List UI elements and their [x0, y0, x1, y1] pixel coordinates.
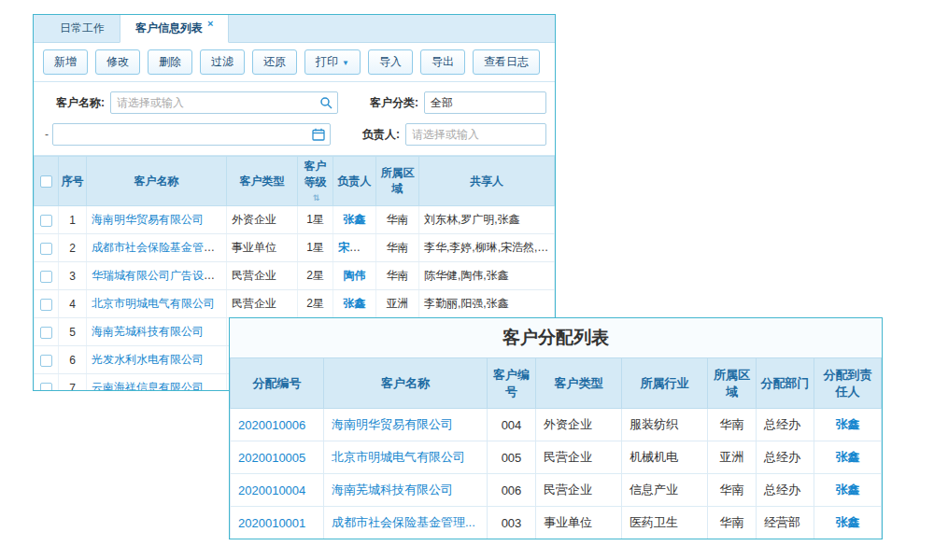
export-button[interactable]: 导出: [420, 49, 465, 75]
search-icon[interactable]: [319, 96, 333, 113]
customer-name-link[interactable]: 海南芜城科技有限公司: [92, 325, 204, 338]
owner-link[interactable]: 宋浩然: [338, 241, 372, 254]
customer-type: 民营企业: [536, 441, 622, 474]
customer-level: 1星: [298, 206, 333, 234]
shared-with: 李勤丽,阳强,张鑫: [419, 290, 555, 318]
allocation-number-link-cell: 2020010001: [231, 507, 324, 539]
header-customer-name: 客户名称: [324, 358, 488, 409]
assignee-link[interactable]: 张鑫: [836, 483, 860, 497]
industry: 服装纺织: [622, 409, 708, 441]
assignee-link-cell: 张鑫: [814, 474, 882, 507]
row-checkbox[interactable]: [40, 355, 52, 367]
department: 总经办: [757, 409, 814, 441]
close-icon[interactable]: ×: [207, 18, 213, 29]
allocation-table-header: 分配编号 客户名称 客户编号 客户类型 所属行业 所属区域 分配部门 分配到责任…: [231, 358, 882, 409]
restore-button[interactable]: 还原: [252, 49, 297, 75]
sort-icon[interactable]: ⇅: [313, 193, 320, 203]
owner-field[interactable]: [412, 128, 523, 141]
import-button[interactable]: 导入: [368, 49, 413, 75]
customer-level: 2星: [298, 290, 333, 318]
allocation-number-link-cell: 2020010006: [231, 409, 324, 441]
header-customer-name: 客户名称: [87, 157, 227, 206]
header-region: 所属区域: [376, 157, 419, 206]
customer-number: 006: [488, 474, 536, 507]
filter-row-1: 客户名称: 客户分类: 全部: [43, 90, 545, 116]
customer-name-link[interactable]: 华瑞城有限公司广告设计部: [92, 269, 226, 282]
delete-button[interactable]: 删除: [148, 49, 192, 75]
row-number: 4: [59, 290, 87, 318]
filter-button[interactable]: 过滤: [200, 49, 245, 75]
add-button[interactable]: 新增: [43, 49, 88, 75]
modify-button[interactable]: 修改: [95, 49, 140, 75]
checkbox-cell: [35, 262, 59, 290]
customer-name-link[interactable]: 海南明华贸易有限公司: [92, 213, 204, 226]
customer-name-link[interactable]: 云南海祥信息有限公司: [92, 381, 204, 391]
tab-customer-info-list[interactable]: 客户信息列表×: [120, 14, 229, 43]
customer-type: 民营企业: [227, 262, 298, 290]
owner-link[interactable]: 张鑫: [344, 297, 366, 310]
customer-name-link[interactable]: 成都市社会保险基金管理...: [92, 241, 224, 254]
owner-link[interactable]: 张鑫: [344, 213, 366, 226]
customer-name-link[interactable]: 北京市明城电气有限公司: [92, 297, 215, 310]
allocation-number-link[interactable]: 2020010001: [238, 516, 305, 530]
calendar-icon[interactable]: [312, 128, 325, 145]
row-checkbox[interactable]: [40, 327, 52, 339]
row-number: 3: [59, 262, 87, 290]
row-number: 6: [59, 346, 87, 374]
header-allocation-no: 分配编号: [231, 358, 324, 409]
customer-name-link-cell: 华瑞城有限公司广告设计部: [87, 262, 227, 290]
customer-name-input[interactable]: [110, 91, 338, 114]
checkbox-cell: [35, 206, 59, 234]
row-checkbox[interactable]: [40, 271, 52, 283]
department: 总经办: [757, 474, 814, 507]
customer-name-link[interactable]: 海南芜城科技有限公司: [332, 483, 453, 497]
customer-number: 004: [488, 409, 536, 441]
allocation-number-link[interactable]: 2020010005: [238, 451, 305, 465]
customer-name-link[interactable]: 光发水利水电有限公司: [92, 353, 204, 366]
row-checkbox[interactable]: [40, 299, 52, 311]
header-owner: 负责人: [333, 157, 376, 206]
table-row: 2020010001成都市社会保险基金管理...003事业单位医药卫生华南经营部…: [231, 507, 882, 539]
assignee-link[interactable]: 张鑫: [836, 450, 860, 464]
row-checkbox[interactable]: [40, 383, 52, 391]
allocation-table: 分配编号 客户名称 客户编号 客户类型 所属行业 所属区域 分配部门 分配到责任…: [230, 357, 882, 539]
owner-link[interactable]: 陶伟: [344, 269, 366, 282]
customer-category-select[interactable]: 全部: [424, 91, 546, 114]
assignee-link[interactable]: 张鑫: [836, 417, 860, 431]
owner-input[interactable]: [405, 123, 546, 146]
header-customer-type: 客户类型: [536, 358, 622, 409]
row-checkbox[interactable]: [40, 215, 52, 227]
table-row: 2成都市社会保险基金管理...事业单位1星宋浩然华南李华,李婷,柳琳,宋浩然,张…: [35, 234, 555, 262]
customer-name-link-cell: 海南明华贸易有限公司: [324, 409, 488, 441]
customer-type: 外资企业: [227, 206, 298, 234]
allocation-number-link[interactable]: 2020010006: [238, 418, 305, 432]
customer-type: 外资企业: [536, 409, 622, 441]
assignee-link-cell: 张鑫: [814, 507, 882, 539]
table-row: 1海南明华贸易有限公司外资企业1星张鑫华南刘东林,罗广明,张鑫: [35, 206, 555, 234]
customer-name-link[interactable]: 成都市社会保险基金管理...: [332, 515, 475, 529]
industry: 机械机电: [622, 441, 708, 474]
assignee-link[interactable]: 张鑫: [836, 515, 860, 529]
customer-name-link-cell: 海南芜城科技有限公司: [324, 474, 488, 507]
tab-daily-work[interactable]: 日常工作: [45, 15, 120, 42]
date-field[interactable]: [59, 128, 307, 141]
customer-name-link[interactable]: 北京市明城电气有限公司: [332, 450, 465, 464]
industry: 信息产业: [622, 474, 708, 507]
shared-with: 刘东林,罗广明,张鑫: [419, 206, 555, 234]
row-checkbox[interactable]: [40, 243, 52, 255]
region: 华南: [376, 262, 419, 290]
customer-table-header: 序号 客户名称 客户类型 客户等级⇅ 负责人 所属区域 共享人: [35, 157, 555, 206]
print-button[interactable]: 打印▼: [304, 49, 361, 75]
customer-name-link-cell: 北京市明城电气有限公司: [87, 290, 227, 318]
customer-name-field[interactable]: [117, 96, 315, 109]
assignee-link-cell: 张鑫: [814, 409, 882, 441]
date-input[interactable]: [52, 123, 331, 146]
table-row: 2020010006海南明华贸易有限公司004外资企业服装纺织华南总经办张鑫: [231, 409, 882, 441]
customer-name-link[interactable]: 海南明华贸易有限公司: [332, 417, 453, 431]
allocation-number-link[interactable]: 2020010004: [238, 483, 305, 497]
date-range-separator: -: [45, 128, 49, 141]
customer-name-link-cell: 北京市明城电气有限公司: [324, 441, 488, 474]
row-number: 2: [59, 234, 87, 262]
select-all-checkbox[interactable]: [40, 175, 52, 188]
view-log-button[interactable]: 查看日志: [473, 49, 540, 75]
